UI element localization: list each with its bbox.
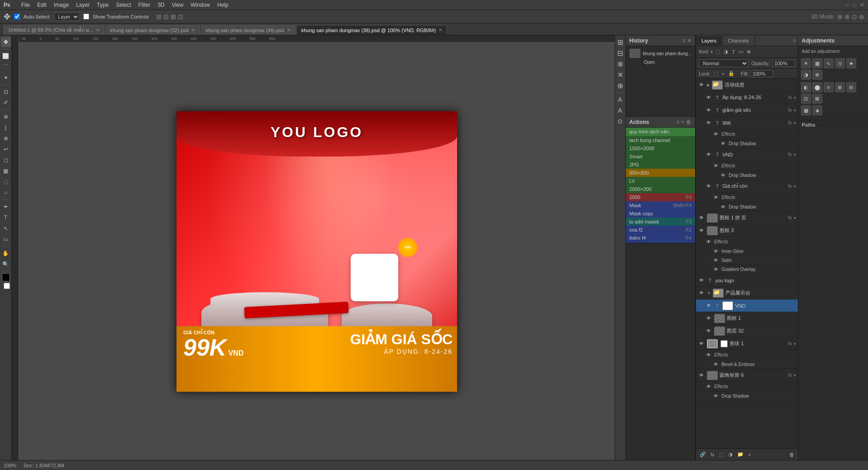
action-11[interactable]: tu add maask F3: [626, 218, 696, 226]
history-panel-menu[interactable]: ≡: [682, 38, 685, 44]
adj-invert[interactable]: ⊟: [846, 82, 856, 92]
eye-folder-1[interactable]: 👁: [698, 81, 705, 89]
eye-rect-6[interactable]: 👁: [698, 372, 705, 379]
menu-file[interactable]: File: [21, 2, 30, 8]
menu-window[interactable]: Window: [191, 2, 210, 8]
layer-effects-99k[interactable]: 👁 Effects: [696, 129, 797, 139]
layer-effects-img3[interactable]: 👁 Effects: [696, 237, 797, 247]
opacity-input[interactable]: [773, 60, 795, 67]
eye-innerglow[interactable]: 👁: [712, 248, 720, 255]
layer-gradient-overlay[interactable]: 👁 Gradient Overlay: [696, 265, 797, 274]
eye-text-gia-chi-con[interactable]: 👁: [705, 183, 712, 190]
adj-color-lookup[interactable]: ⊞: [835, 82, 845, 92]
history-panel-close[interactable]: ✕: [687, 38, 692, 44]
eye-effects-gia[interactable]: 👁: [712, 194, 720, 201]
layer-effects-gia[interactable]: 👁 Effects: [696, 193, 797, 203]
background-color[interactable]: [4, 283, 10, 289]
shape-tool[interactable]: ▭: [1, 234, 11, 244]
menu-select[interactable]: Select: [116, 2, 131, 8]
gradient-tool[interactable]: ▦: [1, 166, 11, 176]
eye-dropshadow-gia[interactable]: 👁: [720, 204, 727, 211]
tab-1-close[interactable]: ✕: [191, 28, 195, 33]
adj-photo-filter[interactable]: ⬤: [812, 82, 822, 92]
eye-dropshadow-rect6[interactable]: 👁: [712, 393, 720, 400]
action-9[interactable]: Mask Shift+F4: [626, 201, 696, 209]
layer-text-youlogo[interactable]: 👁 T you logo: [696, 274, 797, 287]
eye-gradient-overlay[interactable]: 👁: [712, 266, 720, 273]
action-8[interactable]: 2000 F9: [626, 193, 696, 201]
window-close[interactable]: ✕: [860, 2, 864, 8]
eye-satin[interactable]: 👁: [712, 257, 720, 264]
path-select-tool[interactable]: ↖: [1, 223, 11, 233]
tab-1[interactable]: khung san pham dungmax (32).psd ✕: [105, 25, 200, 35]
adj-vibrance[interactable]: ★: [846, 58, 856, 68]
layer-img-3[interactable]: 👁 图框 3: [696, 224, 797, 237]
action-6[interactable]: LV: [626, 177, 696, 185]
quick-select-tool[interactable]: ✦: [1, 73, 11, 83]
type-tool[interactable]: T: [1, 213, 11, 223]
adj-posterize[interactable]: ⊡: [801, 94, 811, 104]
action-13[interactable]: thêm f4 F4: [626, 234, 696, 242]
tab-2-close[interactable]: ✕: [287, 28, 291, 33]
eye-effects-vnd[interactable]: 👁: [712, 162, 720, 170]
layer-fx-btn[interactable]: fx: [710, 451, 715, 458]
eye-text-99k[interactable]: 👁: [705, 119, 712, 127]
foreground-color[interactable]: [2, 273, 10, 281]
eye-text-apply[interactable]: 👁: [705, 94, 712, 101]
layer-new-btn[interactable]: +: [747, 451, 752, 458]
action-4[interactable]: JPG: [626, 161, 696, 169]
lock-all-btn[interactable]: 🔒: [727, 70, 735, 77]
eye-shape-1[interactable]: 👁: [698, 340, 705, 347]
action-1[interactable]: tach bong channel: [626, 136, 696, 144]
brush-tool[interactable]: ∫: [1, 123, 11, 133]
menu-view[interactable]: View: [172, 2, 184, 8]
layer-text-gia-chi-con[interactable]: 👁 T Giá chỉ còn fx ▾: [696, 180, 797, 193]
rt-btn-3[interactable]: ⊗: [615, 59, 625, 69]
tab-0-close[interactable]: ✕: [96, 28, 100, 33]
menu-image[interactable]: Image: [54, 2, 69, 8]
eye-bevel-emboss[interactable]: 👁: [712, 361, 720, 368]
rt-btn-6[interactable]: A: [615, 95, 625, 104]
fill-input[interactable]: [750, 70, 773, 77]
adj-levels[interactable]: ▦: [812, 58, 822, 68]
tab-3-close[interactable]: ✕: [439, 28, 442, 33]
eye-text-giam-gia[interactable]: 👁: [705, 107, 712, 114]
clone-tool[interactable]: ⊗: [1, 133, 11, 143]
layer-bevel-emboss[interactable]: 👁 Bevel & Emboss: [696, 360, 797, 369]
layer-rect-6[interactable]: 👁 圆角矩形 6 fx ▾: [696, 369, 797, 382]
layer-img-32[interactable]: 👁 图层 32: [696, 325, 797, 337]
action-14[interactable]: RT Model F10: [626, 242, 696, 243]
auto-select-target[interactable]: Layer: [54, 13, 80, 21]
adj-selective-color[interactable]: ◈: [812, 105, 822, 115]
lock-position-btn[interactable]: +: [720, 70, 725, 77]
eye-effects-99k[interactable]: 👁: [712, 131, 720, 138]
blend-mode-select[interactable]: Normal: [699, 59, 749, 67]
layer-folder-1[interactable]: 👁 ▶ 📁 活动信息: [696, 79, 797, 91]
layer-adjust-icon[interactable]: ◑: [723, 48, 729, 56]
layer-img-1tbs[interactable]: 👁 图框 1 拼 页 fx ▾: [696, 212, 797, 224]
action-12[interactable]: xoa f2 F2: [626, 226, 696, 234]
eye-text-vnd-prod[interactable]: 👁: [705, 302, 712, 309]
actions-delete[interactable]: 🗑: [686, 119, 692, 125]
lasso-tool[interactable]: ⌒: [1, 62, 11, 72]
auto-select-checkbox[interactable]: [14, 14, 20, 19]
layer-effects-shape1[interactable]: 👁 Effects: [696, 350, 797, 360]
eye-img-3[interactable]: 👁: [698, 227, 705, 234]
action-10[interactable]: Mask copy: [626, 209, 696, 218]
menu-3d[interactable]: 3D: [157, 2, 164, 8]
menu-layer[interactable]: Layer: [76, 2, 90, 8]
layer-text-99k[interactable]: 👁 T 99K fx ▾: [696, 117, 797, 129]
layer-dropshadow-99k[interactable]: 👁 Drop Shadow: [696, 139, 797, 148]
adj-gradient-map[interactable]: ▦: [801, 105, 811, 115]
lock-pixels-btn[interactable]: ⬚: [712, 70, 719, 77]
eye-img-1tbs[interactable]: 👁: [698, 214, 705, 222]
eye-dropshadow-99k[interactable]: 👁: [720, 140, 727, 147]
hand-tool[interactable]: ✋: [1, 248, 11, 258]
menu-filter[interactable]: Filter: [138, 2, 150, 8]
action-3[interactable]: Smart: [626, 152, 696, 161]
adj-brightness[interactable]: ☀: [801, 58, 811, 68]
eye-img-1[interactable]: 👁: [705, 315, 712, 322]
action-7[interactable]: 2000×200: [626, 185, 696, 193]
crop-tool[interactable]: ⊡: [1, 87, 11, 97]
layer-text-giam-gia[interactable]: 👁 T giảm giá sốc fx ▾: [696, 104, 797, 117]
